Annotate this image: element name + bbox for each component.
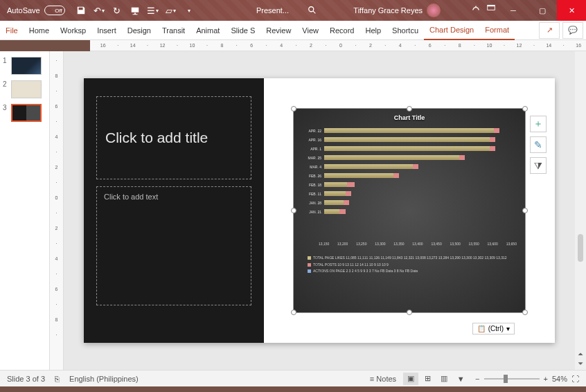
user-name: Tiffany Grace Reyes [353,6,423,15]
tab-workspace[interactable]: Worksp [55,21,91,40]
title-placeholder[interactable]: Click to add title [96,96,251,179]
slide-thumbnails: 1 2 3 [0,51,50,370]
list-icon[interactable]: ☰▾ [145,3,161,18]
thumbnail-2[interactable]: 2 [3,80,46,98]
autosave-label: AutoSave [7,6,40,15]
svg-point-0 [309,7,314,12]
normal-view-icon[interactable]: ▣ [403,373,418,385]
maximize-button[interactable]: ▢ [528,0,557,21]
reading-view-icon[interactable]: ▥ [436,373,452,385]
notes-button[interactable]: ≡ Notes [370,375,396,383]
share-button[interactable]: ↗ [539,22,560,39]
svg-rect-3 [488,6,495,7]
zoom-level[interactable]: 54% [552,375,567,383]
slide-counter[interactable]: Slide 3 of 3 [7,375,45,383]
tab-design[interactable]: Design [122,21,157,40]
svg-point-1 [475,6,477,7]
slide-canvas: Click to add title Click to add text Cha… [84,78,555,343]
tab-view[interactable]: View [296,21,324,40]
tab-recording[interactable]: Record [324,21,359,40]
vertical-ruler: ·8·6·4·2·0·2·4·6·8· [50,51,64,370]
save-icon[interactable] [73,3,89,18]
tab-help[interactable]: Help [359,21,387,40]
tab-home[interactable]: Home [24,21,55,40]
undo-icon[interactable]: ↶▾ [91,3,107,18]
slideshow-view-icon[interactable]: ▼ [453,373,468,385]
tab-file[interactable]: File [0,21,24,40]
close-button[interactable]: ✕ [557,0,586,21]
thumbnail-1[interactable]: 1 [3,57,46,75]
chart-object[interactable]: Chart Title APR. 22APR. 16APR. 1MAR. 25M… [293,108,526,313]
tab-format[interactable]: Format [479,21,515,40]
autosave-toggle[interactable]: Off [44,6,65,15]
paste-options-button[interactable]: 📋 (Ctrl) ▾ [472,323,515,335]
zoom-in-button[interactable]: + [544,375,548,383]
tab-transitions[interactable]: Transit [157,21,190,40]
ribbon-mode-icon[interactable] [483,0,499,15]
search-icon[interactable] [305,3,320,18]
language-status[interactable]: English (Philippines) [69,375,139,383]
present-icon[interactable] [127,3,143,18]
zoom-slider[interactable] [484,378,540,380]
tab-slideshow[interactable]: Slide S [225,21,260,40]
zoom-out-button[interactable]: − [475,375,479,383]
minimize-button[interactable]: ─ [499,0,528,21]
thumbnail-3[interactable]: 3 [3,104,46,122]
prev-slide-icon[interactable]: ⏶ [578,350,584,357]
comments-button[interactable]: 💬 [562,22,583,39]
sorter-view-icon[interactable]: ⊞ [420,373,435,385]
chart-filters-button[interactable]: ⧩ [530,157,547,174]
chart-legend: TOTAL PAGE LIKES 11,085 11,111 11,126 11… [294,246,525,281]
tab-review[interactable]: Review [260,21,296,40]
next-slide-icon[interactable]: ⏷ [578,360,584,367]
chart-plot-area: APR. 22APR. 16APR. 1MAR. 25MAR. 4FEB. 26… [294,124,525,242]
text-placeholder[interactable]: Click to add text [96,186,251,305]
shape-icon[interactable]: ▱▾ [163,3,179,18]
chart-title: Chart Title [294,109,525,124]
tab-animations[interactable]: Animat [190,21,225,40]
user-avatar[interactable] [427,3,441,17]
accessibility-icon[interactable]: ⎘ [55,375,60,383]
coming-soon-icon[interactable] [468,0,483,15]
chart-elements-button[interactable]: ＋ [530,116,547,132]
qat-more-icon[interactable]: ▾ [181,3,197,18]
redo-icon[interactable]: ↻ [109,3,125,18]
tab-shortcuts[interactable]: Shortcu [387,21,424,40]
chart-styles-button[interactable]: ✎ [530,136,547,153]
fit-window-icon[interactable]: ⛶ [571,375,579,383]
horizontal-ruler: 16·14·12·10·8·6·4·2·0·2·4·6·8·10·12·14·1… [90,40,586,51]
document-title: Present... [256,6,289,15]
vertical-scrollbar[interactable]: ⏶ ⏷ [575,51,586,370]
tab-chart-design[interactable]: Chart Design [424,21,479,40]
tab-insert[interactable]: Insert [91,21,122,40]
